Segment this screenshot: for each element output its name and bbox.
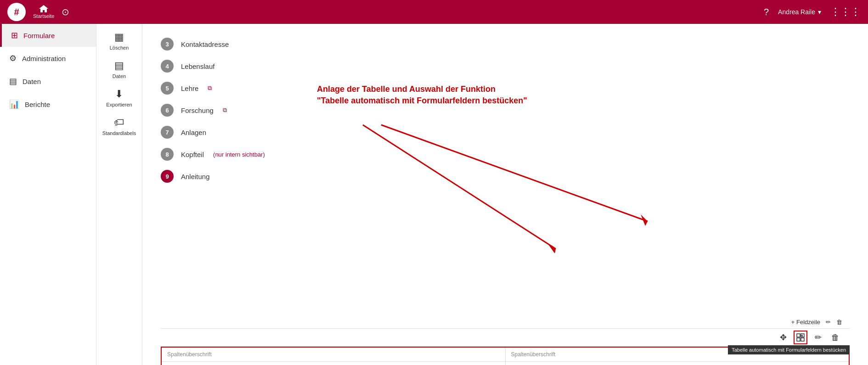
nav-list: 3 Kontaktadresse 4 Lebenslauf 5 Lehre ⧉ … <box>161 33 850 187</box>
toolbar-loeschen[interactable]: ▦ Löschen <box>107 28 132 53</box>
home-button[interactable]: Startseite <box>33 5 54 19</box>
sidebar-item-formulare[interactable]: ⊞ Formulare <box>0 24 96 47</box>
table-toolbar: ✥ ✏ 🗑 Tabelle automatisch mit Formularfe… <box>161 329 850 347</box>
nav-bullet-3: 3 <box>161 38 174 51</box>
table-fill-button[interactable] <box>794 331 807 344</box>
navbar: # Startseite ⊙ ? Andrea Raile ▾ ⋮⋮⋮ <box>0 0 868 24</box>
feldzeile-edit-icon[interactable]: ✏ <box>826 319 831 326</box>
tooltip-fill-table: Tabelle automatisch mit Formularfeldern … <box>728 345 850 354</box>
nav-item-4[interactable]: 4 Lebenslauf <box>161 55 850 77</box>
toolbar-standardlabels[interactable]: 🏷 Standardlabels <box>100 114 139 139</box>
fill-table-icon <box>796 333 805 342</box>
feldzeile-button[interactable]: + Feldzeile <box>791 319 820 326</box>
exportieren-icon: ⬇ <box>115 88 123 100</box>
help-icon[interactable]: ? <box>764 7 769 17</box>
table-cell-vorname: Vorname <box>161 362 505 365</box>
standardlabels-icon: 🏷 <box>114 117 124 129</box>
navbar-right: ? Andrea Raile ▾ ⋮⋮⋮ <box>764 6 861 18</box>
nav-item-3[interactable]: 3 Kontaktadresse <box>161 33 850 55</box>
toolbar-exportieren[interactable]: ⬇ Exportieren <box>103 85 135 110</box>
user-menu[interactable]: Andrea Raile ▾ <box>778 8 821 16</box>
sidebar-item-administration[interactable]: ⚙ Administration <box>0 47 96 70</box>
nav-item-5[interactable]: 5 Lehre ⧉ <box>161 77 850 99</box>
svg-rect-2 <box>797 338 800 341</box>
table-row[interactable]: Vorname Nachname <box>161 362 849 365</box>
feldzeile-bar: + Feldzeile ✏ 🗑 <box>161 316 850 329</box>
sidebar-item-berichte[interactable]: 📊 Berichte <box>0 93 96 116</box>
table-header-1: Spaltenüberschrift <box>161 347 505 362</box>
table-delete-button[interactable]: 🗑 <box>829 331 842 344</box>
nav-bullet-5: 5 <box>161 82 174 95</box>
administration-icon: ⚙ <box>9 53 17 63</box>
nav-bullet-9: 9 <box>161 170 174 183</box>
grid-menu-icon[interactable]: ⋮⋮⋮ <box>830 6 861 18</box>
navbar-left: # Startseite ⊙ <box>7 3 69 21</box>
svg-rect-0 <box>797 334 800 337</box>
berichte-icon: 📊 <box>9 99 19 109</box>
nav-item-9[interactable]: 9 Anleitung <box>161 165 850 187</box>
sidebar: ⊞ Formulare ⚙ Administration ▤ Daten 📊 B… <box>0 24 96 365</box>
logo[interactable]: # <box>7 3 26 21</box>
svg-rect-3 <box>801 338 804 341</box>
nav-item-8[interactable]: 8 Kopfteil (nur intern sichtbar) <box>161 143 850 165</box>
nav-bullet-7: 7 <box>161 126 174 139</box>
nav-item-6[interactable]: 6 Forschung ⧉ <box>161 99 850 121</box>
right-toolbar: ▦ Löschen ▤ Daten ⬇ Exportieren 🏷 Standa… <box>96 24 142 365</box>
daten-icon: ▤ <box>9 76 17 86</box>
location-icon[interactable]: ⊙ <box>62 6 69 17</box>
table-edit-button[interactable]: ✏ <box>811 331 825 344</box>
loeschen-icon: ▦ <box>114 31 124 43</box>
sidebar-item-daten[interactable]: ▤ Daten <box>0 70 96 93</box>
table-move-button[interactable]: ✥ <box>776 331 790 344</box>
formulare-icon: ⊞ <box>11 30 18 40</box>
nav-bullet-8: 8 <box>161 148 174 161</box>
toolbar-daten-icon: ▤ <box>114 60 124 72</box>
table-cell-nachname: Nachname <box>505 362 849 365</box>
toolbar-daten[interactable]: ▤ Daten <box>110 57 129 82</box>
nav-bullet-4: 4 <box>161 60 174 73</box>
home-icon <box>39 5 48 12</box>
nav-item-7[interactable]: 7 Anlagen <box>161 121 850 143</box>
nav-bullet-6: 6 <box>161 104 174 117</box>
feldzeile-delete-icon[interactable]: 🗑 <box>836 319 842 326</box>
main-content: 3 Kontaktadresse 4 Lebenslauf 5 Lehre ⧉ … <box>142 24 868 365</box>
